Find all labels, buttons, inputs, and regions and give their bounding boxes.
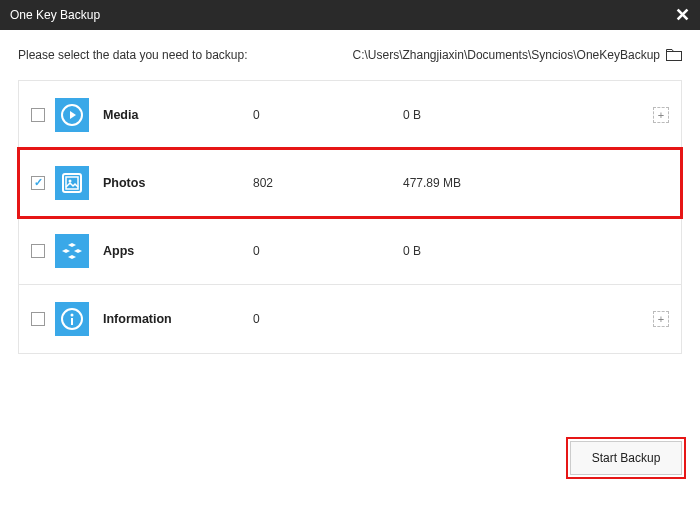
row-size: 0 B [403,108,653,122]
row-count: 0 [253,312,403,326]
close-icon[interactable]: ✕ [675,4,690,26]
window-title: One Key Backup [10,8,100,22]
row-size: 0 B [403,244,669,258]
row-count: 0 [253,108,403,122]
row-label: Media [103,108,253,122]
row-checkbox[interactable] [31,312,45,326]
prompt-text: Please select the data you need to backu… [18,48,248,62]
row-count: 802 [253,176,403,190]
row-label: Photos [103,176,253,190]
add-icon[interactable]: + [653,107,669,123]
svg-point-6 [71,314,74,317]
titlebar: One Key Backup ✕ [0,0,700,30]
svg-rect-3 [66,177,78,189]
row-count: 0 [253,244,403,258]
list-item: Media00 B+ [19,81,681,149]
row-checkbox[interactable] [31,176,45,190]
list-item: Photos802477.89 MB [19,149,681,217]
image-icon [55,166,89,200]
apps-icon [55,234,89,268]
folder-icon[interactable] [666,49,682,61]
row-size: 477.89 MB [403,176,669,190]
header-row: Please select the data you need to backu… [18,48,682,62]
row-checkbox[interactable] [31,244,45,258]
add-icon[interactable]: + [653,311,669,327]
svg-rect-7 [71,318,73,325]
svg-rect-0 [667,52,682,61]
play-icon [55,98,89,132]
row-label: Information [103,312,253,326]
info-icon [55,302,89,336]
list-item: Information0+ [19,285,681,353]
list-item: Apps00 B [19,217,681,285]
data-list: Media00 B+Photos802477.89 MBApps00 BInfo… [18,80,682,354]
start-backup-button[interactable]: Start Backup [570,441,682,475]
row-label: Apps [103,244,253,258]
row-checkbox[interactable] [31,108,45,122]
backup-path: C:\Users\Zhangjiaxin\Documents\Syncios\O… [353,48,660,62]
